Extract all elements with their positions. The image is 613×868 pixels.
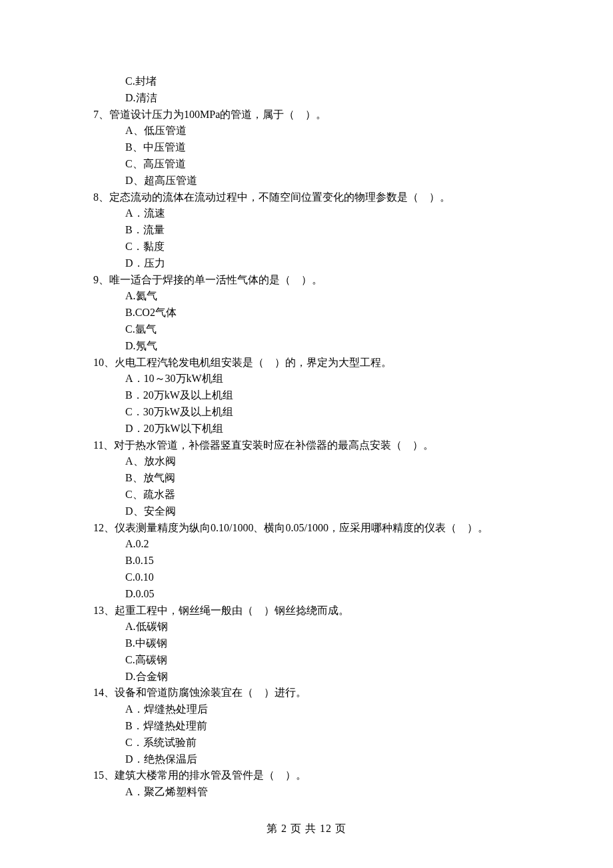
option-text: D.合金钢: [93, 669, 533, 685]
option-text: B.0.15: [93, 553, 533, 569]
option-text: C．黏度: [93, 239, 533, 255]
option-text: D．绝热保温后: [93, 751, 533, 768]
option-text: A.低碳钢: [93, 619, 533, 635]
option-text: B、放气阀: [93, 470, 533, 487]
question-stem: 9、唯一适合于焊接的单一活性气体的是（ ）。: [93, 272, 533, 289]
previous-question-options: C.封堵 D.清洁: [93, 73, 533, 107]
option-text: A、放水阀: [93, 453, 533, 470]
option-text: B.中碳钢: [93, 635, 533, 652]
option-text: C.封堵: [93, 73, 533, 90]
question-stem: 11、对于热水管道，补偿器竖直安装时应在补偿器的最高点安装（ ）。: [93, 437, 533, 454]
question-stem: 12、仪表测量精度为纵向0.10/1000、横向0.05/1000，应采用哪种精…: [93, 520, 533, 537]
option-text: A.氦气: [93, 288, 533, 305]
page-footer: 第 2 页 共 12 页: [0, 821, 613, 837]
question-stem: 7、管道设计压力为100MPa的管道，属于（ ）。: [93, 107, 533, 123]
option-text: C.0.10: [93, 569, 533, 586]
option-text: B、中压管道: [93, 139, 533, 156]
option-text: A．聚乙烯塑料管: [93, 784, 533, 801]
option-text: B．流量: [93, 222, 533, 239]
question-stem: 15、建筑大楼常用的排水管及管件是（ ）。: [93, 767, 533, 784]
option-text: D．压力: [93, 255, 533, 272]
question-13: 13、起重工程中，钢丝绳一般由（ ）钢丝捻绕而成。 A.低碳钢 B.中碳钢 C.…: [93, 603, 533, 685]
option-text: B．焊缝热处理前: [93, 718, 533, 735]
option-text: A.0.2: [93, 536, 533, 553]
question-12: 12、仪表测量精度为纵向0.10/1000、横向0.05/1000，应采用哪种精…: [93, 520, 533, 603]
option-text: A．流速: [93, 205, 533, 222]
option-text: C．系统试验前: [93, 735, 533, 751]
option-text: D.清洁: [93, 90, 533, 107]
option-text: A、低压管道: [93, 123, 533, 139]
question-stem: 13、起重工程中，钢丝绳一般由（ ）钢丝捻绕而成。: [93, 603, 533, 619]
question-8: 8、定态流动的流体在流动过程中，不随空间位置变化的物理参数是（ ）。 A．流速 …: [93, 189, 533, 272]
page-container: C.封堵 D.清洁 7、管道设计压力为100MPa的管道，属于（ ）。 A、低压…: [0, 0, 613, 868]
option-text: C、疏水器: [93, 487, 533, 503]
option-text: A．10～30万kW机组: [93, 371, 533, 387]
question-7: 7、管道设计压力为100MPa的管道，属于（ ）。 A、低压管道 B、中压管道 …: [93, 107, 533, 189]
question-10: 10、火电工程汽轮发电机组安装是（ ）的，界定为大型工程。 A．10～30万kW…: [93, 355, 533, 437]
option-text: B．20万kW及以上机组: [93, 387, 533, 404]
option-text: D.0.05: [93, 586, 533, 603]
option-text: C.高碳钢: [93, 652, 533, 669]
option-text: D.氖气: [93, 338, 533, 355]
option-text: C、高压管道: [93, 156, 533, 173]
question-stem: 8、定态流动的流体在流动过程中，不随空间位置变化的物理参数是（ ）。: [93, 189, 533, 206]
option-text: C．30万kW及以上机组: [93, 404, 533, 421]
option-text: D、超高压管道: [93, 173, 533, 189]
question-stem: 14、设备和管道防腐蚀涂装宜在（ ）进行。: [93, 685, 533, 701]
question-15: 15、建筑大楼常用的排水管及管件是（ ）。 A．聚乙烯塑料管: [93, 767, 533, 801]
question-stem: 10、火电工程汽轮发电机组安装是（ ）的，界定为大型工程。: [93, 355, 533, 371]
option-text: D、安全阀: [93, 503, 533, 520]
option-text: C.氩气: [93, 321, 533, 338]
question-9: 9、唯一适合于焊接的单一活性气体的是（ ）。 A.氦气 B.CO2气体 C.氩气…: [93, 272, 533, 355]
option-text: A．焊缝热处理后: [93, 701, 533, 718]
option-text: B.CO2气体: [93, 305, 533, 321]
question-14: 14、设备和管道防腐蚀涂装宜在（ ）进行。 A．焊缝热处理后 B．焊缝热处理前 …: [93, 685, 533, 767]
option-text: D．20万kW以下机组: [93, 421, 533, 437]
question-11: 11、对于热水管道，补偿器竖直安装时应在补偿器的最高点安装（ ）。 A、放水阀 …: [93, 437, 533, 520]
